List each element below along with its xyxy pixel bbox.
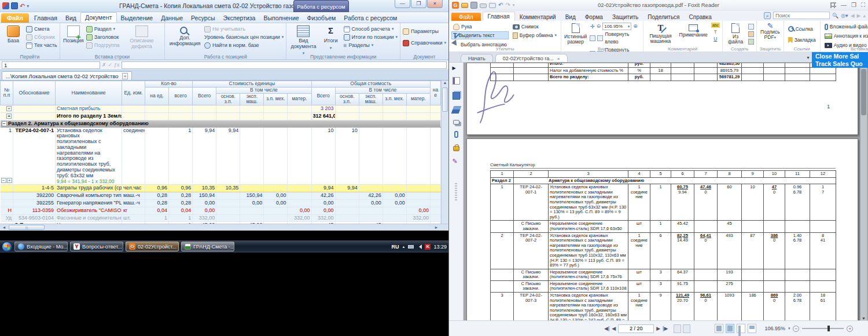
grid-cell[interactable] — [406, 105, 430, 112]
grid-cell[interactable] — [359, 105, 382, 112]
parameters-button[interactable]: Параметры — [403, 28, 446, 35]
grid-cell[interactable]: 0,00 — [382, 200, 406, 207]
antivirus-icon[interactable]: K — [425, 244, 431, 250]
grid-cell[interactable] — [264, 185, 288, 192]
grid-cell[interactable] — [359, 185, 382, 192]
grid-cell[interactable] — [382, 112, 406, 120]
grid-cell[interactable]: Фасонные и соединительные ... — [56, 215, 122, 222]
grid-cell[interactable] — [382, 127, 406, 185]
grand-titlebar[interactable]: ↶ ▾ ГРАНД-Смета - Копия Локальная смета … — [0, 0, 448, 12]
highlight-icon[interactable]: abc — [711, 23, 720, 28]
totals-button[interactable]: Σ Итоги▾ — [320, 24, 342, 53]
grid-cell[interactable]: 0,00 — [240, 200, 264, 207]
grid-cell[interactable]: 0,96 — [169, 185, 193, 192]
grid-cell[interactable] — [335, 192, 359, 200]
grid-cell[interactable]: 332,00 — [406, 215, 430, 222]
grid-cell[interactable] — [216, 215, 240, 222]
grid-cell[interactable]: 9,94 — [216, 127, 240, 185]
grid-cell[interactable]: чел.час — [122, 185, 145, 192]
grid-cell[interactable]: 10 — [311, 127, 335, 185]
grid-cell[interactable] — [288, 105, 311, 112]
zagolovok-button[interactable]: Заголовок — [86, 34, 120, 41]
column-header[interactable]: з.п. мех. — [264, 93, 288, 105]
grid-cell[interactable] — [359, 207, 382, 215]
grid-cell[interactable] — [406, 185, 430, 192]
grid-cell[interactable] — [335, 105, 359, 112]
grid-cell[interactable] — [431, 185, 441, 192]
grid-cell[interactable]: 1−+ — [1, 127, 13, 185]
taskbar-button[interactable]: G02-02Устройст... — [126, 242, 179, 251]
select-text-button[interactable]: TВыделить текст — [451, 31, 509, 39]
grid-cell[interactable] — [240, 112, 264, 120]
grid-cell[interactable]: 42,26 — [311, 192, 335, 200]
grid-cell[interactable]: 150,94 — [193, 192, 216, 200]
pdf-vertical-scrollbar[interactable]: ▲▼ — [860, 63, 867, 320]
find-in-base-button[interactable]: Найти в норм. базе — [204, 42, 284, 49]
attachments-panel-icon[interactable] — [454, 131, 458, 138]
grid-cell[interactable]: 0,00 — [193, 207, 216, 215]
grid-cell[interactable] — [288, 127, 311, 185]
grid-cell[interactable]: маш.-ч — [122, 200, 145, 207]
column-header[interactable]: з.п. мех. — [382, 93, 406, 105]
column-header[interactable]: Обоснование — [13, 81, 56, 105]
close-button[interactable]: ⛶ — [861, 2, 865, 9]
confirm-icon[interactable]: ✓ — [108, 61, 113, 68]
grid-cell[interactable] — [145, 105, 169, 112]
scroll-left-icon[interactable]: ◄ — [0, 224, 8, 231]
grid-cell[interactable]: Итого по разделу 1 Земляные работы — [56, 112, 122, 120]
grid-cell[interactable] — [264, 215, 288, 222]
grid-cell[interactable]: 0,04 — [145, 207, 169, 215]
grid-cell[interactable] — [193, 112, 216, 120]
tab-Выполнение[interactable]: Выполнение — [259, 13, 303, 23]
grid-cell[interactable]: 0,00 — [264, 192, 288, 200]
grid-cell[interactable]: ТЕР24-02-007-1 — [13, 127, 56, 185]
grid-cell[interactable]: 3 203 — [311, 105, 335, 112]
search-doc-icon[interactable]: ⌕ — [764, 12, 771, 19]
grid-cell[interactable] — [288, 185, 311, 192]
layout-grid-icon[interactable] — [830, 2, 836, 8]
grid-cell[interactable] — [359, 215, 382, 222]
security-panel-icon[interactable] — [453, 146, 459, 151]
grid-cell[interactable] — [145, 112, 169, 120]
customize-dropdown-icon[interactable]: ▾ — [513, 2, 515, 9]
clipboard-button[interactable]: Буфер обмена▾ — [511, 31, 558, 39]
grid-cell[interactable] — [122, 112, 145, 120]
column-header[interactable]: Общая стоимость — [311, 81, 430, 87]
grid-cell[interactable] — [145, 127, 169, 185]
tab-Экспертиза[interactable]: Экспертиза — [219, 13, 259, 23]
column-header[interactable]: эксп. маш. — [240, 93, 264, 105]
tab-Главная[interactable]: Главная — [30, 13, 61, 23]
grid-cell[interactable] — [240, 215, 264, 222]
link-button[interactable]: Ссылка — [786, 25, 818, 33]
column-header[interactable]: Кол-во — [145, 81, 193, 87]
grid-cell[interactable] — [288, 192, 311, 200]
start-button[interactable] — [2, 242, 12, 252]
grid-cell[interactable]: Установка седелок крановых полиэтиленовы… — [56, 127, 122, 185]
image-annotation-button[interactable]: Аннотация к изображению — [823, 32, 868, 40]
zoom-in-icon[interactable]: + — [847, 326, 853, 332]
loupe-icon[interactable] — [597, 35, 603, 41]
grid-cell[interactable]: 10 — [335, 127, 359, 185]
first-page-icon[interactable]: ◀| — [604, 326, 609, 331]
next-view-icon[interactable] — [683, 324, 690, 333]
base-price-level-button[interactable]: Уровень базисных цен позиции▾ — [204, 34, 284, 41]
grid-cell[interactable]: + — [1, 112, 13, 120]
grid-cell[interactable] — [169, 105, 193, 112]
sign-pdf-button[interactable]: ✎ Подпись PDF▾ — [759, 23, 781, 46]
quick-access-dropdown-icon[interactable]: ▾ — [27, 3, 29, 9]
grid-cell[interactable]: 392200 — [13, 192, 56, 200]
prev-page-icon[interactable]: ◀ — [612, 326, 616, 331]
razdel-button[interactable]: Раздел▾ — [86, 25, 120, 32]
single-page-icon[interactable] — [715, 324, 723, 333]
typewriter-button[interactable]: T Пишущая машинка — [646, 23, 676, 46]
expand-icons[interactable]: −+ — [1, 178, 12, 183]
grid-cell[interactable]: 332,00 — [288, 215, 311, 222]
position-totals-button[interactable]: Итоги по позиции▾ — [344, 34, 398, 41]
continuous-icon[interactable] — [726, 324, 734, 333]
grid-cell[interactable] — [288, 200, 311, 207]
sbornik-button[interactable]: Сборник — [26, 34, 57, 41]
pan-zoom-icon[interactable]: ✛ — [590, 24, 594, 30]
expand-icon[interactable]: + — [6, 106, 12, 111]
from-file-button[interactable]: Из файла — [725, 23, 746, 46]
hand-tool-button[interactable]: Рука — [451, 23, 509, 31]
